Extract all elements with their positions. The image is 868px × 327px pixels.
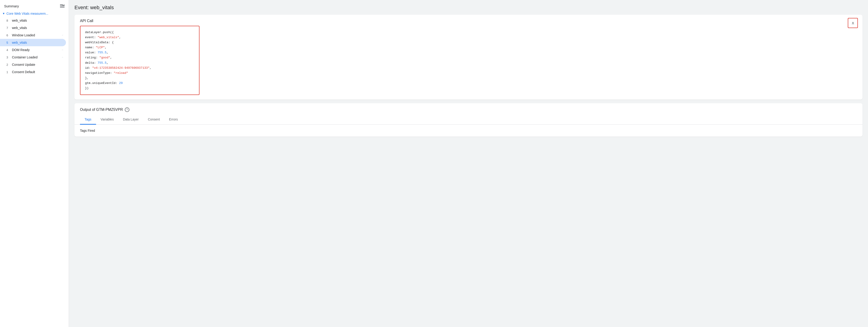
item-name: Consent Default — [12, 70, 63, 74]
sidebar-item-consent-default-1[interactable]: 1 Consent Default — [0, 68, 66, 76]
collapse-button[interactable]: ∧ — [848, 18, 858, 28]
item-number: 2 — [6, 63, 10, 66]
sidebar-header: Summary — [0, 2, 69, 10]
sidebar-group-label-text: Core Web Vitals measurem... — [6, 12, 48, 16]
page-title: Event: web_vitals — [74, 5, 863, 10]
tab-tags[interactable]: Tags — [80, 115, 96, 125]
sidebar-group-core-web-vitals[interactable]: ▼ Core Web Vitals measurem... — [0, 10, 69, 17]
sidebar-item-web_vitals-8[interactable]: 8 web_vitals — [0, 17, 66, 24]
output-title: Output of GTM-PMZ5VPR — [80, 108, 123, 112]
sidebar-item-dom-ready-4[interactable]: 4 DOM Ready — [0, 46, 66, 54]
sidebar-item-container-loaded-3[interactable]: 3 Container Loaded — [0, 54, 66, 61]
item-number: 4 — [6, 48, 10, 52]
api-call-card: API Call dataLayer.push({ event: "web_vi… — [74, 15, 863, 99]
item-number: 3 — [6, 56, 10, 59]
main-content: Event: web_vitals API Call dataLayer.pus… — [69, 0, 868, 327]
tab-data-layer[interactable]: Data Layer — [118, 115, 143, 125]
item-name: web_vitals — [12, 19, 63, 22]
item-number: 6 — [6, 34, 10, 37]
api-call-content: dataLayer.push({ event: "web_vitals", we… — [74, 26, 863, 99]
item-icon — [62, 50, 63, 50]
item-name: web_vitals — [12, 41, 63, 44]
item-number: 7 — [6, 26, 10, 30]
item-icon — [62, 57, 63, 58]
tab-errors[interactable]: Errors — [164, 115, 183, 125]
chevron-down-icon: ▼ — [2, 12, 5, 15]
summary-label: Summary — [4, 4, 19, 8]
item-name: web_vitals — [12, 26, 63, 30]
output-card: Output of GTM-PMZ5VPR ? TagsVariablesDat… — [74, 103, 863, 137]
card-body: Tags Fired — [74, 125, 863, 137]
filter-button[interactable] — [60, 4, 65, 8]
sidebar-item-window-loaded-6[interactable]: 6 Window Loaded — [0, 31, 66, 39]
item-name: Container Loaded — [12, 55, 60, 59]
code-block: dataLayer.push({ event: "web_vitals", we… — [80, 26, 199, 95]
tabs-bar: TagsVariablesData LayerConsentErrors — [74, 115, 863, 125]
sidebar-item-consent-update-2[interactable]: 2 Consent Update — [0, 61, 66, 68]
item-name: Window Loaded — [12, 33, 60, 37]
sidebar-item-web_vitals-5[interactable]: 5 web_vitals — [0, 39, 66, 46]
item-number: 8 — [6, 19, 10, 22]
item-number: 5 — [6, 41, 10, 44]
item-icon — [62, 35, 63, 35]
sidebar-item-web_vitals-7[interactable]: 7 web_vitals — [0, 24, 66, 31]
sidebar: Summary ▼ Core Web Vitals measurem... 8 … — [0, 0, 69, 327]
help-icon[interactable]: ? — [125, 108, 129, 112]
tab-variables[interactable]: Variables — [96, 115, 118, 125]
tags-fired-label: Tags Fired — [80, 129, 857, 132]
item-name: DOM Ready — [12, 48, 60, 52]
svg-rect-2 — [60, 7, 65, 8]
item-number: 1 — [6, 70, 10, 74]
svg-rect-1 — [60, 5, 65, 6]
api-call-header: API Call — [74, 15, 863, 26]
output-header: Output of GTM-PMZ5VPR ? — [80, 108, 129, 112]
tab-consent[interactable]: Consent — [143, 115, 164, 125]
sidebar-items-container: 8 web_vitals 7 web_vitals 6 Window Loade… — [0, 17, 69, 76]
output-card-header: Output of GTM-PMZ5VPR ? — [74, 103, 863, 115]
item-name: Consent Update — [12, 63, 63, 66]
svg-rect-4 — [63, 4, 65, 5]
